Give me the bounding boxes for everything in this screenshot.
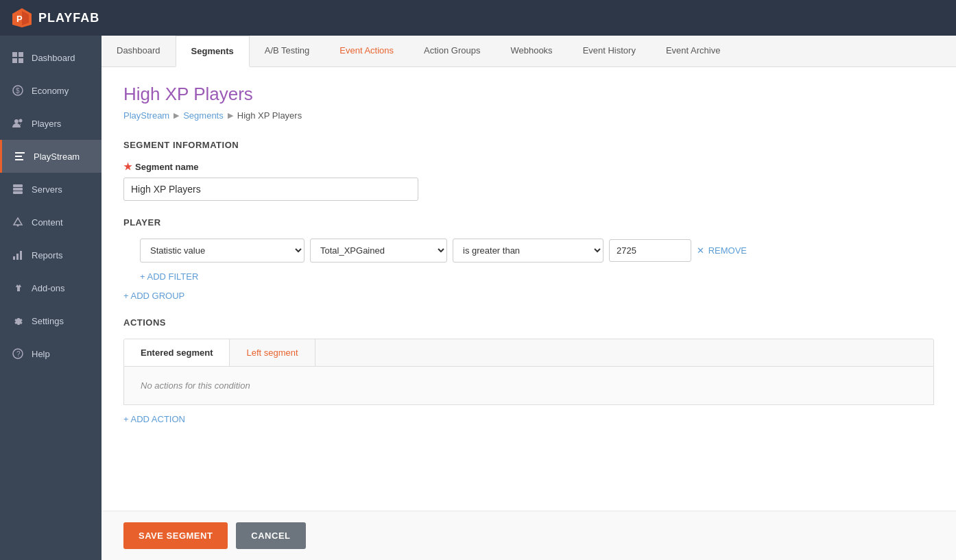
segment-info-header: SEGMENT INFORMATION — [123, 140, 934, 150]
tab-eventhistory[interactable]: Event History — [568, 36, 651, 66]
svg-text:$: $ — [16, 87, 20, 95]
filter-type-select[interactable]: Statistic value Player location Push not… — [140, 239, 304, 263]
save-segment-button[interactable]: SAVE SEGMENT — [123, 522, 228, 549]
filter-condition-select[interactable]: is greater than is less than is equal to… — [453, 239, 604, 263]
content-area: Dashboard Segments A/B Testing Event Act… — [101, 36, 956, 560]
sidebar-label-reports: Reports — [32, 250, 63, 260]
filter-row: Statistic value Player location Push not… — [123, 239, 934, 263]
svg-text:P: P — [16, 14, 23, 24]
actions-body: No actions for this condition — [123, 367, 934, 405]
tab-actiongroups[interactable]: Action Groups — [409, 36, 495, 66]
add-group-link[interactable]: + ADD GROUP — [123, 291, 184, 301]
tab-segments[interactable]: Segments — [176, 36, 250, 67]
sidebar-item-help[interactable]: ? Help — [0, 337, 101, 370]
player-section: PLAYER Statistic value Player location P… — [123, 217, 934, 301]
playstream-icon — [13, 149, 27, 163]
sidebar-label-settings: Settings — [32, 316, 64, 326]
svg-rect-3 — [12, 52, 17, 57]
svg-rect-11 — [15, 152, 25, 154]
sidebar-item-dashboard[interactable]: Dashboard — [0, 41, 101, 74]
actions-tab-left[interactable]: Left segment — [230, 339, 315, 366]
svg-rect-20 — [20, 251, 22, 260]
sidebar-label-servers: Servers — [32, 184, 62, 195]
actions-section-header: ACTIONS — [123, 317, 934, 328]
svg-rect-12 — [15, 156, 22, 157]
breadcrumb-sep-1: ▶ — [174, 111, 179, 120]
dashboard-icon — [11, 51, 25, 64]
svg-rect-5 — [12, 58, 17, 63]
tab-eventarchive[interactable]: Event Archive — [651, 36, 736, 66]
actions-tabs: Entered segment Left segment — [123, 339, 934, 367]
add-action-row: + ADD ACTION — [123, 413, 934, 424]
svg-point-9 — [14, 119, 19, 123]
page-content: High XP Players PlayStream ▶ Segments ▶ … — [101, 67, 956, 511]
sidebar-label-dashboard: Dashboard — [32, 53, 75, 63]
svg-text:?: ? — [16, 350, 21, 358]
breadcrumb-segments[interactable]: Segments — [183, 110, 224, 121]
sidebar-item-players[interactable]: Players — [0, 107, 101, 140]
sidebar-item-reports[interactable]: Reports — [0, 239, 101, 271]
breadcrumb: PlayStream ▶ Segments ▶ High XP Players — [123, 110, 934, 121]
breadcrumb-playstream[interactable]: PlayStream — [123, 110, 169, 121]
sidebar: Dashboard $ Economy Players PlayStream S… — [0, 36, 101, 560]
sidebar-item-servers[interactable]: Servers — [0, 173, 101, 206]
tab-eventactions[interactable]: Event Actions — [324, 36, 409, 66]
sidebar-item-playstream[interactable]: PlayStream — [0, 140, 101, 173]
logo: P PLAYFAB — [11, 7, 99, 29]
addons-icon — [11, 281, 25, 295]
player-section-header: PLAYER — [123, 217, 934, 228]
add-filter-link[interactable]: + ADD FILTER — [140, 271, 198, 282]
sidebar-item-economy[interactable]: $ Economy — [0, 74, 101, 107]
tab-abtesting[interactable]: A/B Testing — [250, 36, 325, 66]
remove-filter-link[interactable]: ✕ REMOVE — [697, 245, 747, 256]
cancel-button[interactable]: CANCEL — [236, 522, 305, 549]
svg-rect-19 — [16, 254, 19, 260]
servers-icon — [11, 182, 25, 196]
svg-rect-16 — [13, 191, 23, 194]
tab-webhooks[interactable]: Webhooks — [495, 36, 567, 66]
add-group-row: + ADD GROUP — [123, 290, 934, 301]
breadcrumb-sep-2: ▶ — [228, 111, 233, 120]
breadcrumb-current: High XP Players — [237, 110, 302, 121]
svg-rect-14 — [13, 184, 23, 187]
add-action-link[interactable]: + ADD ACTION — [123, 414, 185, 424]
settings-icon — [11, 314, 25, 328]
reports-icon — [11, 248, 25, 262]
svg-rect-4 — [19, 52, 23, 57]
tab-bar: Dashboard Segments A/B Testing Event Act… — [101, 36, 956, 67]
sidebar-label-addons: Add-ons — [32, 283, 64, 293]
svg-point-17 — [17, 225, 19, 227]
svg-rect-15 — [13, 188, 23, 191]
svg-point-10 — [19, 119, 23, 123]
add-filter-row: + ADD FILTER — [123, 271, 934, 282]
sidebar-item-addons[interactable]: Add-ons — [0, 271, 101, 304]
content-icon — [11, 215, 25, 229]
actions-tab-entered[interactable]: Entered segment — [124, 339, 230, 367]
svg-rect-18 — [13, 256, 15, 260]
sidebar-label-help: Help — [32, 349, 50, 359]
segment-name-input[interactable] — [123, 178, 418, 201]
help-icon: ? — [11, 347, 25, 361]
players-icon — [11, 117, 25, 130]
sidebar-label-players: Players — [32, 119, 61, 129]
bottom-buttons: SAVE SEGMENT CANCEL — [101, 511, 956, 560]
playfab-logo-icon: P — [11, 7, 33, 29]
sidebar-label-playstream: PlayStream — [34, 151, 80, 162]
sidebar-label-content: Content — [32, 217, 63, 228]
sidebar-item-content[interactable]: Content — [0, 206, 101, 239]
actions-section: ACTIONS Entered segment Left segment No … — [123, 317, 934, 424]
svg-rect-6 — [19, 58, 23, 63]
no-actions-text: No actions for this condition — [141, 380, 250, 391]
filter-stat-select[interactable]: Total_XPGained Level Score Wins — [310, 239, 447, 263]
svg-rect-13 — [15, 159, 23, 160]
sidebar-label-economy: Economy — [32, 86, 69, 96]
topbar: P PLAYFAB — [0, 0, 956, 36]
filter-value-input[interactable] — [609, 239, 691, 262]
logo-text: PLAYFAB — [38, 11, 99, 25]
sidebar-item-settings[interactable]: Settings — [0, 304, 101, 337]
required-star: ★ — [123, 161, 132, 172]
segment-name-label: ★ Segment name — [123, 161, 934, 172]
page-title: High XP Players — [123, 84, 934, 105]
tab-dashboard[interactable]: Dashboard — [101, 36, 176, 66]
economy-icon: $ — [11, 84, 25, 97]
